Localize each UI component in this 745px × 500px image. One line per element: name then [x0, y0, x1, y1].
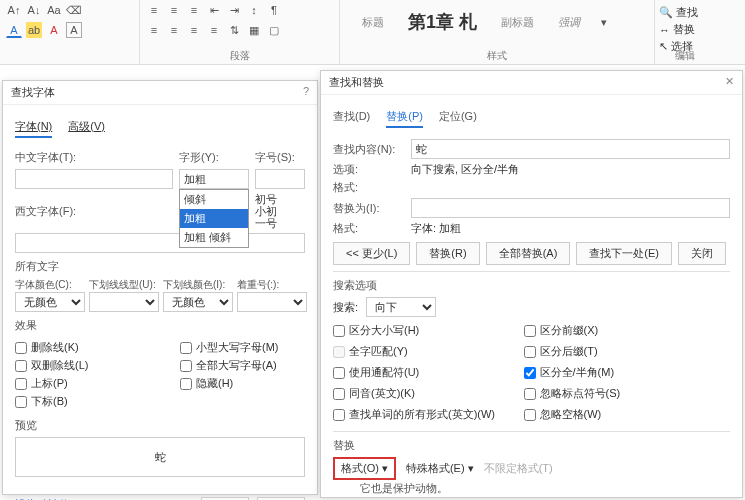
tab-advanced[interactable]: 高级(V) — [68, 117, 105, 138]
chk-smallcaps[interactable]: 小型大写字母(M) — [180, 340, 305, 355]
show-marks-icon[interactable]: ¶ — [266, 2, 282, 18]
font-color-select[interactable]: 无颜色 — [15, 292, 85, 312]
west-font-input[interactable] — [15, 233, 305, 253]
change-case-icon[interactable]: Aa — [46, 2, 62, 18]
chk-punct[interactable]: 忽略标点符号(S) — [524, 386, 715, 401]
font-color2-icon[interactable]: A — [46, 22, 62, 38]
options-value: 向下搜索, 区分全/半角 — [411, 162, 519, 177]
tab-replace[interactable]: 替换(P) — [386, 107, 423, 128]
font-size-input[interactable] — [255, 169, 305, 189]
chk-wildcard[interactable]: 使用通配符(U) — [333, 365, 524, 380]
chk-forms[interactable]: 查找单词的所有形式(英文)(W) — [333, 407, 524, 422]
style-title[interactable]: 标题 — [354, 11, 392, 34]
dialog-title: 查找字体 — [11, 85, 55, 100]
chk-superscript[interactable]: 上标(P) — [15, 376, 140, 391]
highlight-icon[interactable]: ab — [26, 22, 42, 38]
tab-font[interactable]: 字体(N) — [15, 117, 52, 138]
sort-icon[interactable]: ↕ — [246, 2, 262, 18]
chk-subscript[interactable]: 下标(B) — [15, 394, 140, 409]
less-button[interactable]: << 更少(L) — [333, 242, 410, 265]
find-what-input[interactable] — [411, 139, 730, 159]
chk-whole[interactable]: 全字匹配(Y) — [333, 344, 524, 359]
document-text: 它也是保护动物。 — [360, 481, 448, 496]
style-opt-italic[interactable]: 倾斜 — [180, 190, 248, 209]
west-font-label: 西文字体(F): — [15, 204, 173, 219]
replace-all-button[interactable]: 全部替换(A) — [486, 242, 571, 265]
cn-font-input[interactable] — [15, 169, 173, 189]
search-options-label: 搜索选项 — [333, 278, 730, 293]
find-button[interactable]: 🔍查找 — [659, 4, 711, 21]
indent-inc-icon[interactable]: ⇥ — [226, 2, 242, 18]
style-opt-bolditalic[interactable]: 加粗 倾斜 — [180, 228, 248, 247]
align-center-icon[interactable]: ≡ — [166, 22, 182, 38]
replace-with-label: 替换为(I): — [333, 201, 403, 216]
clear-format-icon[interactable]: ⌫ — [66, 2, 82, 18]
effects-label: 效果 — [15, 318, 305, 333]
style-heading1[interactable]: 第1章 札 — [400, 6, 485, 38]
special-button[interactable]: 特殊格式(E) ▾ — [406, 461, 474, 476]
format-value: 字体: 加粗 — [411, 221, 461, 236]
tab-find[interactable]: 查找(D) — [333, 107, 370, 128]
chk-case[interactable]: 区分大小写(H) — [333, 323, 524, 338]
group-label-styles: 样式 — [340, 49, 654, 63]
chk-strike[interactable]: 删除线(K) — [15, 340, 140, 355]
align-left-icon[interactable]: ≡ — [146, 22, 162, 38]
replace-section-label: 替换 — [333, 438, 730, 453]
find-next-button[interactable]: 查找下一处(E) — [576, 242, 672, 265]
style-label: 字形(Y): — [179, 150, 249, 165]
style-subtitle[interactable]: 副标题 — [493, 11, 542, 34]
fr-dialog-title: 查找和替换 — [329, 75, 384, 90]
close-icon[interactable]: ✕ — [725, 75, 734, 90]
font-style-dropdown[interactable]: 倾斜 加粗 加粗 倾斜 — [179, 189, 249, 248]
font-style-input[interactable] — [179, 169, 249, 189]
multilevel-icon[interactable]: ≡ — [186, 2, 202, 18]
chk-prefix[interactable]: 区分前缀(X) — [524, 323, 715, 338]
help-icon[interactable]: ? — [303, 85, 309, 100]
bullets-icon[interactable]: ≡ — [146, 2, 162, 18]
numbering-icon[interactable]: ≡ — [166, 2, 182, 18]
chk-sounds[interactable]: 同音(英文)(K) — [333, 386, 524, 401]
replace-button[interactable]: 替换(R) — [416, 242, 479, 265]
format-button[interactable]: 格式(O) ▾ — [333, 457, 396, 480]
emphasis-select[interactable] — [237, 292, 307, 312]
size-list[interactable]: 初号 小初 一号 — [255, 193, 305, 229]
borders-icon[interactable]: ▢ — [266, 22, 282, 38]
search-icon: 🔍 — [659, 6, 673, 19]
underline-color-select[interactable]: 无颜色 — [163, 292, 233, 312]
tab-goto[interactable]: 定位(G) — [439, 107, 477, 128]
align-right-icon[interactable]: ≡ — [186, 22, 202, 38]
search-direction-select[interactable]: 向下 — [366, 297, 436, 317]
close-button[interactable]: 关闭 — [678, 242, 726, 265]
replace-with-input[interactable] — [411, 198, 730, 218]
align-justify-icon[interactable]: ≡ — [206, 22, 222, 38]
chk-suffix[interactable]: 区分后缀(T) — [524, 344, 715, 359]
underline-style-select[interactable] — [89, 292, 159, 312]
preview-label: 预览 — [15, 418, 305, 433]
indent-dec-icon[interactable]: ⇤ — [206, 2, 222, 18]
chk-allcaps[interactable]: 全部大写字母(A) — [180, 358, 305, 373]
chk-fullhalf[interactable]: 区分全/半角(M) — [524, 365, 715, 380]
style-more-icon[interactable]: ▾ — [596, 14, 612, 30]
chk-space[interactable]: 忽略空格(W) — [524, 407, 715, 422]
chk-dstrike[interactable]: 双删除线(L) — [15, 358, 140, 373]
size-label: 字号(S): — [255, 150, 315, 165]
chk-hidden[interactable]: 隐藏(H) — [180, 376, 305, 391]
font-color-icon[interactable]: A — [6, 22, 22, 38]
ribbon: A↑ A↓ Aa ⌫ A ab A A ≡ ≡ ≡ ⇤ ⇥ ↕ ¶ ≡ ≡ ≡ … — [0, 0, 745, 65]
style-opt-bold[interactable]: 加粗 — [180, 209, 248, 228]
replace-button[interactable]: ↔替换 — [659, 21, 711, 38]
style-gallery[interactable]: 标题 第1章 札 副标题 强调 ▾ — [346, 2, 648, 42]
cn-font-label: 中文字体(T): — [15, 150, 173, 165]
find-font-dialog: 查找字体 ? 字体(N) 高级(V) 中文字体(T): 字形(Y): 字号(S)… — [2, 80, 318, 495]
find-what-label: 查找内容(N): — [333, 142, 403, 157]
font-shrink-icon[interactable]: A↓ — [26, 2, 42, 18]
style-emphasis[interactable]: 强调 — [550, 11, 588, 34]
all-text-label: 所有文字 — [15, 259, 305, 274]
shading-icon[interactable]: ▦ — [246, 22, 262, 38]
find-replace-dialog: 查找和替换 ✕ 查找(D) 替换(P) 定位(G) 查找内容(N): 选项:向下… — [320, 70, 743, 498]
group-label-para: 段落 — [140, 49, 339, 63]
no-limit-button: 不限定格式(T) — [484, 461, 553, 476]
font-grow-icon[interactable]: A↑ — [6, 2, 22, 18]
char-border-icon[interactable]: A — [66, 22, 82, 38]
line-spacing-icon[interactable]: ⇅ — [226, 22, 242, 38]
